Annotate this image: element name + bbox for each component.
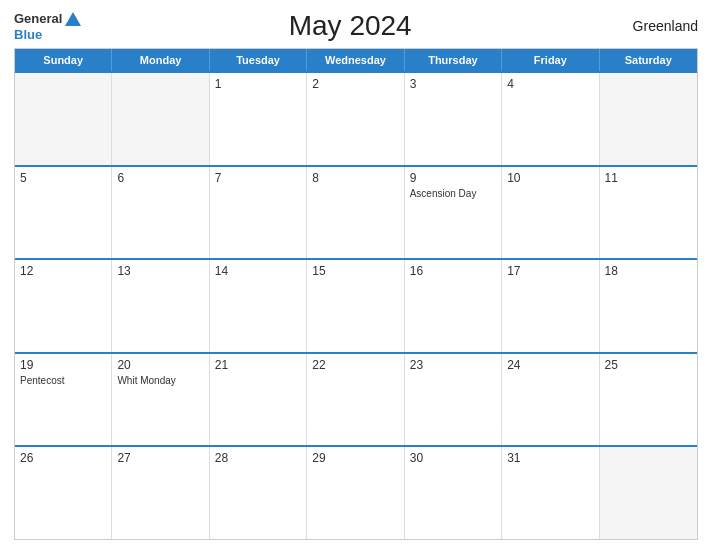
cal-cell: 15 bbox=[307, 260, 404, 352]
day-number: 20 bbox=[117, 358, 203, 372]
cal-cell: 31 bbox=[502, 447, 599, 539]
day-number: 14 bbox=[215, 264, 301, 278]
cal-cell: 8 bbox=[307, 167, 404, 259]
day-number: 29 bbox=[312, 451, 398, 465]
cal-cell: 13 bbox=[112, 260, 209, 352]
day-number: 22 bbox=[312, 358, 398, 372]
cal-cell bbox=[600, 73, 697, 165]
day-number: 12 bbox=[20, 264, 106, 278]
day-number: 19 bbox=[20, 358, 106, 372]
day-number: 28 bbox=[215, 451, 301, 465]
day-number: 10 bbox=[507, 171, 593, 185]
cal-cell: 17 bbox=[502, 260, 599, 352]
day-number: 8 bbox=[312, 171, 398, 185]
region-label: Greenland bbox=[618, 18, 698, 34]
day-header-wednesday: Wednesday bbox=[307, 49, 404, 71]
logo: General Blue bbox=[14, 10, 82, 42]
logo-general-text: General bbox=[14, 12, 62, 26]
day-number: 17 bbox=[507, 264, 593, 278]
cal-cell: 14 bbox=[210, 260, 307, 352]
cal-cell: 11 bbox=[600, 167, 697, 259]
week-row-2: 12131415161718 bbox=[15, 258, 697, 352]
day-number: 7 bbox=[215, 171, 301, 185]
day-event: Pentecost bbox=[20, 374, 106, 387]
cal-cell: 29 bbox=[307, 447, 404, 539]
logo-blue-text: Blue bbox=[14, 28, 42, 42]
cal-cell: 16 bbox=[405, 260, 502, 352]
day-number: 3 bbox=[410, 77, 496, 91]
logo-triangle-icon bbox=[64, 10, 82, 28]
cal-cell: 4 bbox=[502, 73, 599, 165]
day-number: 13 bbox=[117, 264, 203, 278]
page: General Blue May 2024 Greenland SundayMo… bbox=[0, 0, 712, 550]
cal-cell: 1 bbox=[210, 73, 307, 165]
day-header-thursday: Thursday bbox=[405, 49, 502, 71]
cal-cell: 23 bbox=[405, 354, 502, 446]
day-number: 24 bbox=[507, 358, 593, 372]
cal-cell: 25 bbox=[600, 354, 697, 446]
day-number: 1 bbox=[215, 77, 301, 91]
calendar-header: SundayMondayTuesdayWednesdayThursdayFrid… bbox=[15, 49, 697, 71]
day-number: 15 bbox=[312, 264, 398, 278]
day-event: Ascension Day bbox=[410, 187, 496, 200]
day-number: 26 bbox=[20, 451, 106, 465]
day-number: 18 bbox=[605, 264, 692, 278]
day-event: Whit Monday bbox=[117, 374, 203, 387]
cal-cell: 24 bbox=[502, 354, 599, 446]
day-number: 5 bbox=[20, 171, 106, 185]
cal-cell: 7 bbox=[210, 167, 307, 259]
cal-cell: 18 bbox=[600, 260, 697, 352]
week-row-1: 56789Ascension Day1011 bbox=[15, 165, 697, 259]
cal-cell: 5 bbox=[15, 167, 112, 259]
day-header-saturday: Saturday bbox=[600, 49, 697, 71]
day-number: 27 bbox=[117, 451, 203, 465]
day-header-friday: Friday bbox=[502, 49, 599, 71]
month-title: May 2024 bbox=[82, 10, 618, 42]
cal-cell: 10 bbox=[502, 167, 599, 259]
day-number: 21 bbox=[215, 358, 301, 372]
day-number: 2 bbox=[312, 77, 398, 91]
week-row-0: 1234 bbox=[15, 71, 697, 165]
cal-cell: 6 bbox=[112, 167, 209, 259]
cal-cell: 28 bbox=[210, 447, 307, 539]
calendar-body: 123456789Ascension Day101112131415161718… bbox=[15, 71, 697, 539]
day-number: 6 bbox=[117, 171, 203, 185]
cal-cell: 9Ascension Day bbox=[405, 167, 502, 259]
cal-cell: 3 bbox=[405, 73, 502, 165]
day-number: 25 bbox=[605, 358, 692, 372]
cal-cell: 27 bbox=[112, 447, 209, 539]
cal-cell bbox=[15, 73, 112, 165]
day-header-sunday: Sunday bbox=[15, 49, 112, 71]
day-number: 11 bbox=[605, 171, 692, 185]
day-number: 9 bbox=[410, 171, 496, 185]
calendar: SundayMondayTuesdayWednesdayThursdayFrid… bbox=[14, 48, 698, 540]
cal-cell: 12 bbox=[15, 260, 112, 352]
week-row-3: 19Pentecost20Whit Monday2122232425 bbox=[15, 352, 697, 446]
cal-cell: 21 bbox=[210, 354, 307, 446]
day-number: 31 bbox=[507, 451, 593, 465]
cal-cell bbox=[112, 73, 209, 165]
week-row-4: 262728293031 bbox=[15, 445, 697, 539]
day-number: 4 bbox=[507, 77, 593, 91]
cal-cell: 2 bbox=[307, 73, 404, 165]
day-header-monday: Monday bbox=[112, 49, 209, 71]
cal-cell: 19Pentecost bbox=[15, 354, 112, 446]
day-number: 30 bbox=[410, 451, 496, 465]
svg-marker-0 bbox=[65, 12, 81, 26]
day-number: 23 bbox=[410, 358, 496, 372]
cal-cell: 26 bbox=[15, 447, 112, 539]
cal-cell: 20Whit Monday bbox=[112, 354, 209, 446]
header: General Blue May 2024 Greenland bbox=[14, 10, 698, 42]
cal-cell: 30 bbox=[405, 447, 502, 539]
cal-cell bbox=[600, 447, 697, 539]
cal-cell: 22 bbox=[307, 354, 404, 446]
day-number: 16 bbox=[410, 264, 496, 278]
day-header-tuesday: Tuesday bbox=[210, 49, 307, 71]
